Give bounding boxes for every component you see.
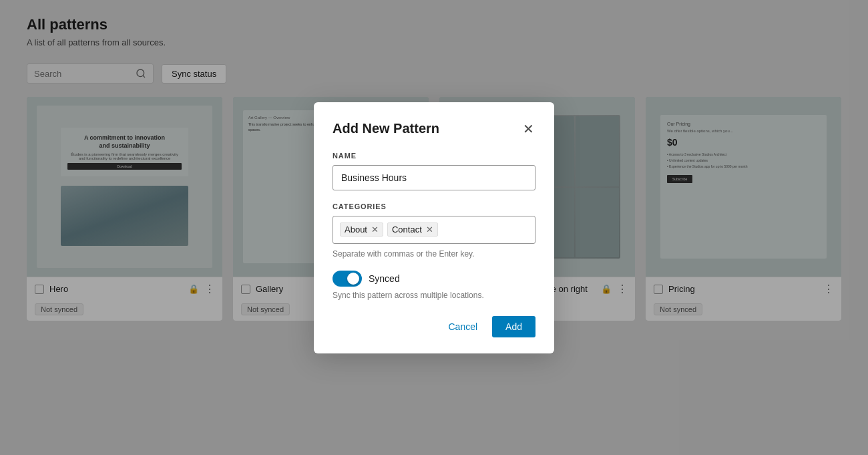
category-about-remove[interactable]: ✕ [370,225,379,234]
synced-row: Synced [333,271,535,287]
category-about-label: About [345,224,367,235]
synced-description: Sync this pattern across multiple locati… [333,291,535,300]
cancel-button[interactable]: Cancel [440,316,485,337]
pattern-name-input[interactable] [333,165,535,190]
modal-close-button[interactable]: ✕ [521,121,535,137]
modal-header: Add New Pattern ✕ [333,121,535,137]
category-tag-about: About ✕ [340,222,383,237]
synced-toggle[interactable] [333,271,362,287]
modal-overlay: Add New Pattern ✕ NAME CATEGORIES About … [0,0,868,455]
category-tag-contact: Contact ✕ [387,222,438,237]
synced-label: Synced [369,273,400,284]
category-contact-remove[interactable]: ✕ [425,225,433,234]
categories-field[interactable]: About ✕ Contact ✕ [333,216,535,244]
categories-hint: Separate with commas or the Enter key. [333,249,535,259]
name-label: NAME [333,152,535,160]
categories-label: CATEGORIES [333,202,535,210]
toggle-thumb [347,273,359,285]
add-button[interactable]: Add [492,316,535,337]
modal-actions: Cancel Add [333,316,535,337]
modal-title: Add New Pattern [333,121,439,136]
category-contact-label: Contact [392,224,422,235]
add-pattern-modal: Add New Pattern ✕ NAME CATEGORIES About … [314,102,554,353]
